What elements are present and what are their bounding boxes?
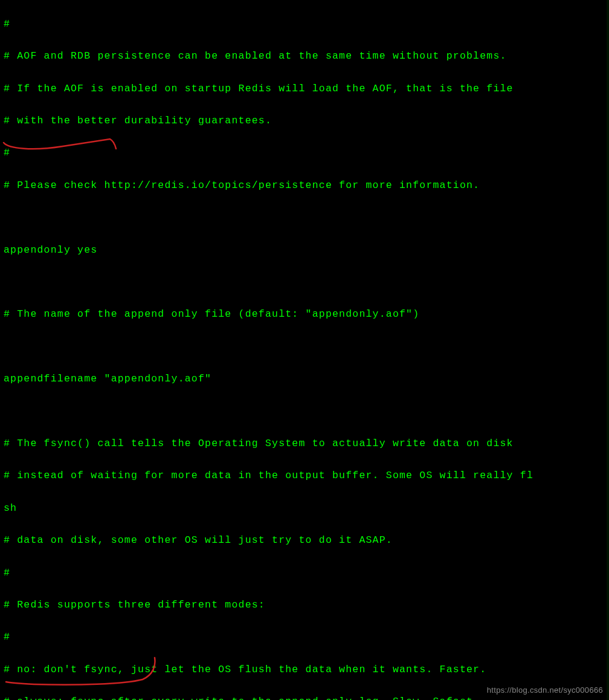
- config-line: # The fsync() call tells the Operating S…: [4, 436, 605, 452]
- config-line: # Redis supports three different modes:: [4, 597, 605, 614]
- config-line: # AOF and RDB persistence can be enabled…: [4, 48, 605, 65]
- scrollbar-track[interactable]: [607, 0, 609, 700]
- config-line: #: [4, 145, 605, 161]
- terminal-view[interactable]: # # AOF and RDB persistence can be enabl…: [4, 0, 605, 700]
- config-line: [4, 404, 605, 420]
- config-line: #: [4, 565, 605, 582]
- config-line: [4, 210, 605, 226]
- config-line: sh: [4, 501, 605, 517]
- config-line: [4, 274, 605, 291]
- watermark-text: https://blog.csdn.net/syc000666: [487, 684, 603, 696]
- config-line: # instead of waiting for more data in th…: [4, 468, 605, 484]
- config-setting-appendfilename: appendfilename "appendonly.aof": [4, 371, 605, 387]
- config-line: # with the better durability guarantees.: [4, 113, 605, 129]
- config-line: # If the AOF is enabled on startup Redis…: [4, 81, 605, 97]
- config-line: [4, 339, 605, 355]
- config-line: #: [4, 16, 605, 33]
- config-line: # data on disk, some other OS will just …: [4, 533, 605, 549]
- config-setting-appendonly: appendonly yes: [4, 242, 605, 259]
- config-line: #: [4, 629, 605, 646]
- config-line: # Please check http://redis.io/topics/pe…: [4, 178, 605, 194]
- config-line: # The name of the append only file (defa…: [4, 306, 605, 323]
- config-line: # no: don't fsync, just let the OS flush…: [4, 662, 605, 678]
